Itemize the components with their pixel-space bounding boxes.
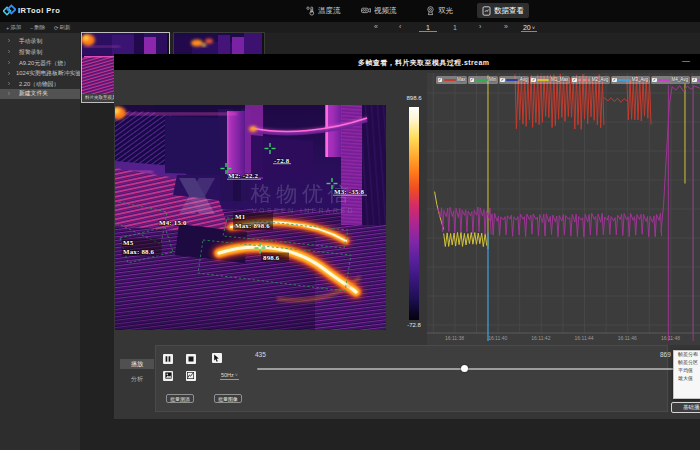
- measurement-label: Max: 88.6: [123, 248, 155, 255]
- sidebar-item-a920[interactable]: ›A9.20元器件（烧）: [0, 58, 80, 68]
- pagination-page-input[interactable]: 1: [419, 24, 437, 32]
- page-size-select[interactable]: 20 ˅: [521, 24, 537, 32]
- dropdown-item[interactable]: 平均值: [674, 367, 700, 375]
- color-scale-max: 898.6: [399, 95, 429, 101]
- refresh-button[interactable]: ⟳刷新: [54, 24, 71, 31]
- multi-frame-viewer-window: 多帧查看，料片夹取至模具过程.stream — 格物优信VOSEEN INFRA…: [114, 54, 700, 419]
- control-tab-analysis[interactable]: 分析: [120, 374, 154, 384]
- playback-mode-button[interactable]: 基础播放: [671, 402, 700, 413]
- folder-tree-sidebar: ›手动录制 ›报警录制 ›A9.20元器件（烧） ›1024实测电路板断冲实验 …: [0, 33, 80, 450]
- x-axis-tick-label: 16:11:38: [435, 335, 475, 341]
- color-scale-bar: [409, 107, 419, 320]
- minimize-icon[interactable]: —: [682, 57, 690, 65]
- legend-label: M1_Max: [551, 77, 568, 82]
- chevron-down-icon: ˅: [234, 373, 238, 378]
- thermometer-icon: [306, 6, 315, 16]
- sidebar-item-label: 1024实测电路板断冲实验: [16, 69, 80, 78]
- image-file-icon: [165, 372, 172, 379]
- tab-temperature-stream[interactable]: 温度流: [306, 3, 341, 18]
- tab-label: 视频流: [374, 6, 397, 16]
- legend-checkbox[interactable]: ✓: [572, 78, 577, 83]
- delete-label: 删除: [34, 24, 45, 31]
- legend-label: M4_Avg: [672, 77, 688, 82]
- legend-checkbox[interactable]: ✓: [612, 78, 617, 83]
- chevron-right-icon: ›: [8, 59, 13, 66]
- legend-checkbox[interactable]: ✓: [438, 78, 443, 83]
- batch-measure-button[interactable]: 批量测温: [166, 394, 194, 403]
- playback-panel: 50Hz ˅ 批量测温 批量图像: [155, 345, 668, 412]
- refresh-icon: ⟳: [54, 25, 59, 31]
- color-scale-min: -72.8: [399, 322, 429, 328]
- export-image-button[interactable]: [163, 371, 173, 381]
- legend-item-M1_Max[interactable]: ✓M1_Max: [530, 76, 570, 85]
- legend-checkbox[interactable]: ✓: [652, 78, 657, 83]
- pagination-last-button[interactable]: »: [504, 23, 508, 30]
- data-document-icon: [482, 6, 491, 16]
- temperature-chart[interactable]: ✓Max✓Min✓Avg✓M1_Max✓M2_Avg✓M3_Avg✓M4_Avg…: [427, 73, 700, 345]
- frame-slider-track[interactable]: [257, 368, 695, 370]
- control-tab-playback[interactable]: 播放: [120, 359, 154, 369]
- legend-item-Max[interactable]: ✓Max: [436, 76, 467, 85]
- legend-item-Avg[interactable]: ✓Avg: [499, 76, 529, 85]
- legend-item-M3_Avg[interactable]: ✓M3_Avg: [611, 76, 650, 85]
- pause-button[interactable]: [163, 354, 173, 364]
- legend-color-line: [506, 79, 518, 81]
- frame-rate-select[interactable]: 50Hz ˅: [220, 372, 239, 380]
- tab-dual-light[interactable]: 双光: [426, 3, 453, 18]
- sidebar-item-220[interactable]: ›2.20（动物园）: [0, 79, 80, 89]
- frame-rate-value: 50Hz: [221, 372, 234, 378]
- legend-label: M2_Avg: [592, 77, 608, 82]
- measurement-label: Max: 898.6: [235, 222, 270, 229]
- sidebar-item-1024[interactable]: ›1024实测电路板断冲实验: [0, 69, 80, 79]
- dropdown-item[interactable]: 最大值: [674, 375, 700, 383]
- dropdown-item[interactable]: 帧差分布: [674, 351, 700, 359]
- video-camera-icon: [361, 6, 371, 15]
- tab-data-view[interactable]: 数据查看: [477, 3, 529, 18]
- add-button[interactable]: +添加: [6, 24, 21, 31]
- tab-label: 温度流: [318, 6, 341, 16]
- sidebar-item-new-folder[interactable]: ›新建文件夹: [0, 89, 80, 99]
- legend-item-M5_Avg[interactable]: ✓M5_Avg: [691, 76, 700, 85]
- legend-checkbox[interactable]: ✓: [470, 78, 475, 83]
- sidebar-item-alarm-record[interactable]: ›报警录制: [0, 47, 80, 57]
- sidebar-item-manual-record[interactable]: ›手动录制: [0, 36, 80, 46]
- measurement-label: M5: [123, 239, 134, 246]
- app-title: IRTool Pro: [18, 6, 60, 15]
- legend-checkbox[interactable]: ✓: [531, 78, 536, 83]
- legend-color-line: [476, 79, 488, 81]
- dropdown-item[interactable]: 帧差分区: [674, 359, 700, 367]
- cursor-icon: [213, 354, 220, 362]
- legend-item-M2_Avg[interactable]: ✓M2_Avg: [571, 76, 610, 85]
- pagination-first-button[interactable]: «: [374, 23, 378, 30]
- chevron-right-icon: ›: [8, 37, 13, 44]
- cursor-tool-button[interactable]: [212, 353, 222, 363]
- slider-min-label: 435: [255, 351, 266, 358]
- slider-max-label: 869: [660, 351, 671, 358]
- curve-chart-icon: [187, 372, 194, 379]
- legend-color-line: [578, 79, 590, 81]
- irtool-pro-app: IRTool Pro 温度流 视频流 双光 数据查看 +添加 −删除 ⟳刷新 «…: [0, 0, 700, 450]
- legend-checkbox[interactable]: ✓: [692, 78, 697, 83]
- chart-legend: ✓Max✓Min✓Avg✓M1_Max✓M2_Avg✓M3_Avg✓M4_Avg…: [436, 76, 700, 85]
- legend-color-line: [658, 79, 670, 81]
- export-curve-button[interactable]: [186, 371, 196, 381]
- legend-item-M4_Avg[interactable]: ✓M4_Avg: [651, 76, 690, 85]
- window-title-bar[interactable]: 多帧查看，料片夹取至模具过程.stream —: [114, 54, 700, 70]
- legend-item-Min[interactable]: ✓Min: [468, 76, 498, 85]
- batch-image-button[interactable]: 批量图像: [214, 394, 242, 403]
- sidebar-item-label: 新建文件夹: [19, 89, 48, 98]
- measurement-label: M3: -35.8: [334, 188, 364, 195]
- x-axis-tick-label: 16:11:40: [478, 335, 518, 341]
- tab-video-stream[interactable]: 视频流: [361, 3, 397, 18]
- pagination-prev-button[interactable]: ‹: [399, 23, 401, 30]
- pagination-next-button[interactable]: ›: [479, 23, 481, 30]
- chevron-right-icon: ›: [8, 90, 13, 97]
- app-logo-icon: [3, 4, 16, 17]
- add-label: 添加: [10, 24, 21, 31]
- chevron-right-icon: ›: [8, 48, 13, 55]
- delete-button[interactable]: −删除: [30, 24, 45, 31]
- legend-color-line: [618, 79, 630, 81]
- legend-checkbox[interactable]: ✓: [500, 78, 505, 83]
- thermal-image[interactable]: 格物优信VOSEEN INFRARED-72.8M2: -22.2M3: -35…: [115, 105, 386, 330]
- stop-button[interactable]: [186, 354, 196, 364]
